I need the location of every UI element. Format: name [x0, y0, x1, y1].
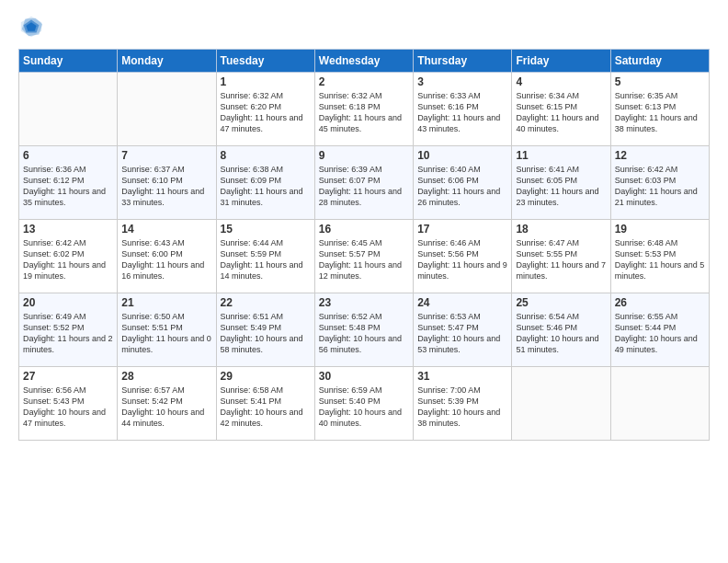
cell-details: Sunrise: 6:57 AM Sunset: 5:42 PM Dayligh…	[121, 385, 211, 430]
day-number: 2	[319, 75, 409, 88]
cell-details: Sunrise: 6:36 AM Sunset: 6:12 PM Dayligh…	[23, 164, 113, 209]
calendar-cell: 9Sunrise: 6:39 AM Sunset: 6:07 PM Daylig…	[314, 146, 413, 220]
calendar-cell: 5Sunrise: 6:35 AM Sunset: 6:13 PM Daylig…	[610, 73, 709, 146]
calendar-cell: 8Sunrise: 6:38 AM Sunset: 6:09 PM Daylig…	[216, 146, 314, 220]
cell-details: Sunrise: 6:52 AM Sunset: 5:48 PM Dayligh…	[319, 311, 409, 356]
cell-details: Sunrise: 6:42 AM Sunset: 6:02 PM Dayligh…	[23, 237, 113, 282]
day-number: 4	[516, 75, 606, 88]
cell-details: Sunrise: 7:00 AM Sunset: 5:39 PM Dayligh…	[417, 385, 507, 430]
week-row-2: 6Sunrise: 6:36 AM Sunset: 6:12 PM Daylig…	[19, 146, 710, 220]
day-number: 30	[319, 370, 409, 383]
calendar-cell: 27Sunrise: 6:56 AM Sunset: 5:43 PM Dayli…	[19, 367, 118, 441]
cell-details: Sunrise: 6:55 AM Sunset: 5:44 PM Dayligh…	[615, 311, 705, 356]
weekday-header-row: SundayMondayTuesdayWednesdayThursdayFrid…	[19, 50, 710, 73]
day-number: 23	[319, 296, 409, 309]
day-number: 10	[417, 149, 507, 162]
week-row-4: 20Sunrise: 6:49 AM Sunset: 5:52 PM Dayli…	[19, 293, 710, 367]
cell-details: Sunrise: 6:51 AM Sunset: 5:49 PM Dayligh…	[221, 311, 311, 356]
day-number: 12	[615, 149, 705, 162]
weekday-header-saturday: Saturday	[610, 50, 709, 73]
calendar-cell	[610, 367, 709, 441]
calendar-cell: 12Sunrise: 6:42 AM Sunset: 6:03 PM Dayli…	[610, 146, 709, 220]
day-number: 3	[417, 75, 507, 88]
week-row-1: 1Sunrise: 6:32 AM Sunset: 6:20 PM Daylig…	[19, 73, 710, 146]
day-number: 24	[417, 296, 507, 309]
calendar-cell: 11Sunrise: 6:41 AM Sunset: 6:05 PM Dayli…	[512, 146, 610, 220]
cell-details: Sunrise: 6:58 AM Sunset: 5:41 PM Dayligh…	[221, 385, 311, 430]
day-number: 7	[121, 149, 211, 162]
cell-details: Sunrise: 6:53 AM Sunset: 5:47 PM Dayligh…	[417, 311, 507, 356]
day-number: 9	[319, 149, 409, 162]
weekday-header-friday: Friday	[512, 50, 610, 73]
cell-details: Sunrise: 6:32 AM Sunset: 6:20 PM Dayligh…	[221, 90, 311, 135]
day-number: 13	[23, 223, 113, 236]
day-number: 20	[23, 296, 113, 309]
calendar-cell: 26Sunrise: 6:55 AM Sunset: 5:44 PM Dayli…	[610, 293, 709, 367]
calendar-cell: 25Sunrise: 6:54 AM Sunset: 5:46 PM Dayli…	[512, 293, 610, 367]
calendar-cell: 7Sunrise: 6:37 AM Sunset: 6:10 PM Daylig…	[118, 146, 216, 220]
cell-details: Sunrise: 6:33 AM Sunset: 6:16 PM Dayligh…	[417, 90, 507, 135]
day-number: 25	[516, 296, 606, 309]
day-number: 16	[319, 223, 409, 236]
cell-details: Sunrise: 6:44 AM Sunset: 5:59 PM Dayligh…	[221, 237, 311, 282]
day-number: 14	[121, 223, 211, 236]
day-number: 26	[615, 296, 705, 309]
cell-details: Sunrise: 6:42 AM Sunset: 6:03 PM Dayligh…	[615, 164, 705, 209]
calendar-cell: 22Sunrise: 6:51 AM Sunset: 5:49 PM Dayli…	[216, 293, 314, 367]
weekday-header-tuesday: Tuesday	[216, 50, 314, 73]
calendar-cell: 1Sunrise: 6:32 AM Sunset: 6:20 PM Daylig…	[216, 73, 314, 146]
cell-details: Sunrise: 6:47 AM Sunset: 5:55 PM Dayligh…	[516, 237, 606, 282]
calendar-cell: 31Sunrise: 7:00 AM Sunset: 5:39 PM Dayli…	[414, 367, 512, 441]
day-number: 17	[417, 223, 507, 236]
cell-details: Sunrise: 6:59 AM Sunset: 5:40 PM Dayligh…	[319, 385, 409, 430]
cell-details: Sunrise: 6:41 AM Sunset: 6:05 PM Dayligh…	[516, 164, 606, 209]
calendar-cell: 20Sunrise: 6:49 AM Sunset: 5:52 PM Dayli…	[19, 293, 118, 367]
calendar-cell: 29Sunrise: 6:58 AM Sunset: 5:41 PM Dayli…	[216, 367, 314, 441]
weekday-header-sunday: Sunday	[19, 50, 118, 73]
page: SundayMondayTuesdayWednesdayThursdayFrid…	[0, 0, 728, 563]
weekday-header-wednesday: Wednesday	[314, 50, 413, 73]
week-row-3: 13Sunrise: 6:42 AM Sunset: 6:02 PM Dayli…	[19, 220, 710, 293]
calendar-cell: 4Sunrise: 6:34 AM Sunset: 6:15 PM Daylig…	[512, 73, 610, 146]
day-number: 28	[121, 370, 211, 383]
logo-icon	[18, 14, 44, 40]
cell-details: Sunrise: 6:34 AM Sunset: 6:15 PM Dayligh…	[516, 90, 606, 135]
cell-details: Sunrise: 6:32 AM Sunset: 6:18 PM Dayligh…	[319, 90, 409, 135]
day-number: 1	[221, 75, 311, 88]
day-number: 8	[221, 149, 311, 162]
calendar-cell: 16Sunrise: 6:45 AM Sunset: 5:57 PM Dayli…	[314, 220, 413, 293]
day-number: 19	[615, 223, 705, 236]
calendar-cell: 28Sunrise: 6:57 AM Sunset: 5:42 PM Dayli…	[118, 367, 216, 441]
calendar-cell: 19Sunrise: 6:48 AM Sunset: 5:53 PM Dayli…	[610, 220, 709, 293]
cell-details: Sunrise: 6:45 AM Sunset: 5:57 PM Dayligh…	[319, 237, 409, 282]
cell-details: Sunrise: 6:56 AM Sunset: 5:43 PM Dayligh…	[23, 385, 113, 430]
logo	[18, 14, 46, 40]
day-number: 18	[516, 223, 606, 236]
calendar-table: SundayMondayTuesdayWednesdayThursdayFrid…	[18, 49, 710, 441]
cell-details: Sunrise: 6:37 AM Sunset: 6:10 PM Dayligh…	[121, 164, 211, 209]
calendar-cell: 14Sunrise: 6:43 AM Sunset: 6:00 PM Dayli…	[118, 220, 216, 293]
week-row-5: 27Sunrise: 6:56 AM Sunset: 5:43 PM Dayli…	[19, 367, 710, 441]
day-number: 6	[23, 149, 113, 162]
cell-details: Sunrise: 6:40 AM Sunset: 6:06 PM Dayligh…	[417, 164, 507, 209]
day-number: 29	[221, 370, 311, 383]
calendar-cell: 23Sunrise: 6:52 AM Sunset: 5:48 PM Dayli…	[314, 293, 413, 367]
cell-details: Sunrise: 6:54 AM Sunset: 5:46 PM Dayligh…	[516, 311, 606, 356]
cell-details: Sunrise: 6:38 AM Sunset: 6:09 PM Dayligh…	[221, 164, 311, 209]
weekday-header-thursday: Thursday	[414, 50, 512, 73]
day-number: 27	[23, 370, 113, 383]
cell-details: Sunrise: 6:50 AM Sunset: 5:51 PM Dayligh…	[121, 311, 211, 356]
cell-details: Sunrise: 6:43 AM Sunset: 6:00 PM Dayligh…	[121, 237, 211, 282]
calendar-cell: 2Sunrise: 6:32 AM Sunset: 6:18 PM Daylig…	[314, 73, 413, 146]
calendar-cell: 10Sunrise: 6:40 AM Sunset: 6:06 PM Dayli…	[414, 146, 512, 220]
calendar-cell: 3Sunrise: 6:33 AM Sunset: 6:16 PM Daylig…	[414, 73, 512, 146]
calendar-cell: 17Sunrise: 6:46 AM Sunset: 5:56 PM Dayli…	[414, 220, 512, 293]
calendar-cell: 13Sunrise: 6:42 AM Sunset: 6:02 PM Dayli…	[19, 220, 118, 293]
calendar-cell: 21Sunrise: 6:50 AM Sunset: 5:51 PM Dayli…	[118, 293, 216, 367]
calendar-cell	[19, 73, 118, 146]
calendar-cell	[512, 367, 610, 441]
calendar-cell	[118, 73, 216, 146]
day-number: 31	[417, 370, 507, 383]
calendar-cell: 6Sunrise: 6:36 AM Sunset: 6:12 PM Daylig…	[19, 146, 118, 220]
calendar-cell: 24Sunrise: 6:53 AM Sunset: 5:47 PM Dayli…	[414, 293, 512, 367]
